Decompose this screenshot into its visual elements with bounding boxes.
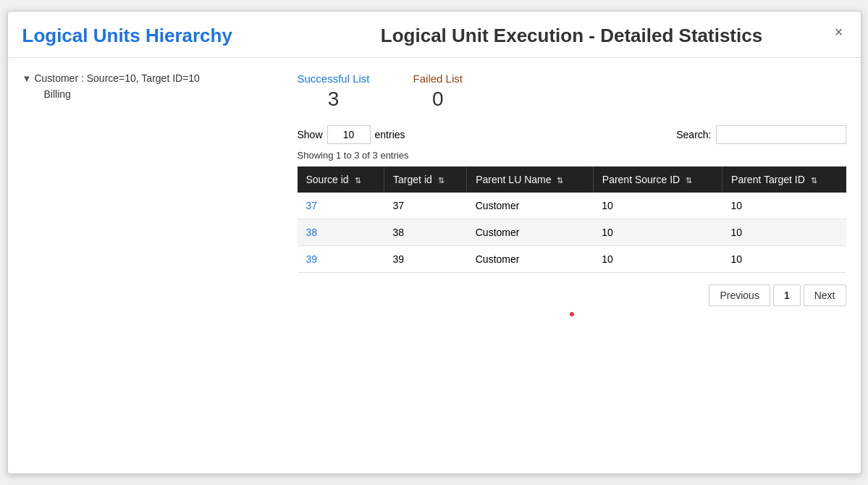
sort-icon-parent-target: ⇅: [811, 176, 817, 185]
showing-text: Showing 1 to 3 of 3 entries: [298, 150, 846, 161]
sort-icon-target: ⇅: [438, 176, 444, 185]
data-table: Source id ⇅ Target id ⇅ Parent LU Name ⇅…: [298, 166, 846, 273]
right-title: Logical Unit Execution - Detailed Statis…: [298, 25, 846, 47]
show-label: Show: [298, 129, 323, 140]
table-controls: Show entries Search:: [298, 125, 846, 144]
next-button[interactable]: Next: [804, 284, 846, 306]
col-parent-lu-name[interactable]: Parent LU Name ⇅: [467, 166, 594, 193]
parent-target-id-cell: 10: [722, 193, 846, 219]
entries-label: entries: [375, 129, 405, 140]
parent-target-id-cell: 10: [722, 219, 846, 246]
col-target-id[interactable]: Target id ⇅: [384, 166, 467, 193]
parent-source-id-cell: 10: [593, 246, 722, 273]
target-id-cell: 37: [384, 193, 467, 219]
target-id-cell: 38: [384, 219, 467, 246]
search-input[interactable]: [716, 125, 846, 144]
successful-stat: Successful List 3: [298, 72, 370, 111]
source-id-link[interactable]: 39: [306, 253, 318, 265]
search-label: Search:: [676, 129, 711, 140]
search-box: Search:: [676, 125, 846, 144]
parent-lu-name-cell: Customer: [467, 219, 594, 246]
entries-input[interactable]: [327, 125, 371, 144]
left-title: Logical Units Hierarchy: [22, 25, 298, 47]
tree-child-label: Billing: [44, 88, 71, 100]
col-source-id[interactable]: Source id ⇅: [298, 166, 384, 193]
modal-body: ▼ Customer : Source=10, Target ID=10 Bil…: [8, 58, 861, 331]
failed-stat: Failed List 0: [413, 72, 463, 111]
red-dot-container: [298, 312, 846, 316]
target-id-cell: 39: [384, 246, 467, 273]
parent-source-id-cell: 10: [593, 219, 722, 246]
show-entries: Show entries: [298, 125, 405, 144]
sort-icon-parent-source: ⇅: [686, 176, 692, 185]
pagination: Previous 1 Next: [298, 284, 846, 306]
parent-source-id-cell: 10: [593, 193, 722, 219]
previous-button[interactable]: Previous: [709, 284, 770, 306]
left-panel: ▼ Customer : Source=10, Target ID=10 Bil…: [8, 72, 283, 331]
source-id-link[interactable]: 37: [306, 200, 318, 211]
successful-label: Successful List: [298, 72, 370, 85]
source-id-link[interactable]: 38: [306, 227, 318, 238]
stats-row: Successful List 3 Failed List 0: [298, 72, 846, 111]
table-row: 3939Customer1010: [298, 246, 846, 273]
right-panel: Successful List 3 Failed List 0 Show ent…: [283, 72, 861, 331]
table-row: 3838Customer1010: [298, 219, 846, 246]
parent-lu-name-cell: Customer: [467, 193, 594, 219]
tree-root-label: Customer : Source=10, Target ID=10: [34, 72, 200, 84]
tree-child-node: Billing: [44, 88, 269, 100]
parent-lu-name-cell: Customer: [467, 246, 594, 273]
page-1-button[interactable]: 1: [773, 284, 801, 306]
successful-value: 3: [298, 88, 370, 111]
modal-container: Logical Units Hierarchy Logical Unit Exe…: [7, 11, 861, 474]
tree-arrow-icon: ▼: [22, 73, 32, 84]
sort-icon-source: ⇅: [355, 176, 361, 185]
col-parent-target-id[interactable]: Parent Target ID ⇅: [722, 166, 846, 193]
failed-label: Failed List: [413, 72, 463, 85]
tree-root-node: ▼ Customer : Source=10, Target ID=10: [22, 72, 269, 84]
col-parent-source-id[interactable]: Parent Source ID ⇅: [593, 166, 722, 193]
modal-header: Logical Units Hierarchy Logical Unit Exe…: [8, 12, 861, 58]
close-button[interactable]: ×: [829, 22, 849, 42]
table-row: 3737Customer1010: [298, 193, 846, 219]
red-dot: [570, 312, 574, 316]
failed-value: 0: [413, 88, 463, 111]
sort-icon-parent-lu: ⇅: [557, 176, 563, 185]
parent-target-id-cell: 10: [722, 246, 846, 273]
table-header-row: Source id ⇅ Target id ⇅ Parent LU Name ⇅…: [298, 166, 846, 193]
